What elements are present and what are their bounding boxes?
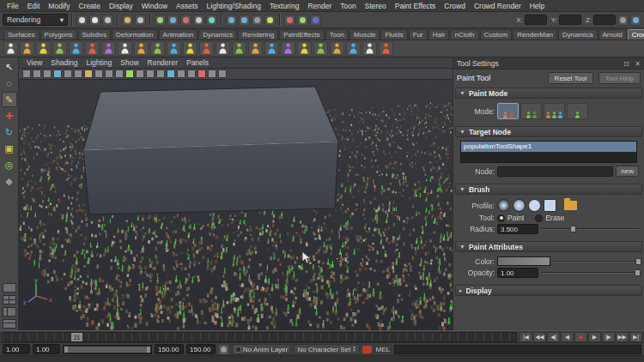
panel-menu-item[interactable]: Lighting [82,58,116,67]
playback-button[interactable]: |▶ [602,332,615,342]
coordinate-field[interactable] [525,15,547,25]
playback-end-field[interactable]: 150.00 [155,344,184,354]
status-line-icon[interactable] [252,15,263,26]
status-line-icon[interactable] [167,15,179,26]
shelf-person-icon[interactable] [150,41,165,56]
browse-folder-icon[interactable] [564,201,577,210]
viewport-toolbar-icon[interactable] [146,69,155,78]
shelf-person-icon[interactable] [281,41,295,56]
target-node-list[interactable]: populationToolShape1 [460,141,637,163]
section-header-paint-mode[interactable]: ▼ Paint Mode [455,87,642,99]
toggle-channel-box-icon[interactable] [630,15,641,26]
animation-start-field[interactable]: 1.00 [3,344,30,354]
radius-slider[interactable] [541,225,639,233]
shelf-tab-custom[interactable]: Custom [480,29,513,39]
shelf-person-icon[interactable] [297,41,312,56]
character-set-selector[interactable]: No Character Set ▲▼ [294,344,359,354]
menu-item[interactable]: Paint Effects [391,2,440,10]
menu-item[interactable]: Create [74,2,105,10]
shelf-person-icon[interactable] [36,41,51,56]
panel-menu-item[interactable]: Panels [182,58,213,67]
playback-button[interactable]: ◀| [547,332,560,342]
status-line-icon[interactable] [206,15,217,26]
shelf-tab-arnold[interactable]: Arnold [598,29,627,39]
shelf-person-icon[interactable] [3,41,18,56]
shelf-person-icon[interactable] [313,41,328,56]
node-list-item-selected[interactable]: populationToolShape1 [461,142,636,152]
move-tool[interactable]: ✚ [2,108,17,124]
viewport-toolbar-icon[interactable] [84,69,93,78]
panel-menu-item[interactable]: View [22,58,46,67]
menu-item[interactable]: Crowd [440,2,470,10]
shelf-person-icon[interactable] [85,41,100,56]
status-line-icon[interactable] [122,15,133,26]
shelf-tab-subdivs[interactable]: Subdivs [78,29,111,39]
last-tool[interactable]: ◆ [2,173,17,189]
viewport-toolbar-icon[interactable] [125,69,134,78]
shelf-person-icon[interactable] [101,41,116,56]
viewport-toolbar-icon[interactable] [22,69,31,78]
coordinate-field[interactable] [593,15,616,25]
viewport-toolbar-icon[interactable] [167,69,175,78]
menu-item[interactable]: Help [526,2,549,10]
status-line-icon[interactable] [226,15,237,26]
status-line-icon[interactable] [284,15,295,26]
rotate-tool[interactable]: ↻ [2,124,17,140]
viewport-toolbar-icon[interactable] [43,69,52,78]
status-line-icon[interactable] [135,15,146,26]
opacity-field[interactable]: 1.00 [497,268,538,278]
shelf-person-icon[interactable] [134,41,149,56]
viewport-toolbar-icon[interactable] [74,69,82,78]
menu-item[interactable]: File [3,2,23,10]
shelf-tab-muscle[interactable]: Muscle [349,29,380,39]
layout-split-pane[interactable] [3,307,16,317]
panel-menu-item[interactable]: Show [116,58,143,67]
playback-start-field[interactable]: 1.00 [33,344,60,354]
anim-layer-checkbox[interactable] [235,347,241,353]
layout-single-pane[interactable] [3,283,16,293]
playback-button[interactable]: ▶| [629,332,642,342]
section-header-display[interactable]: ▸ Display [455,285,642,296]
menu-set-selector[interactable]: Rendering ▾ [3,14,68,26]
paint-mode-button-3[interactable] [544,103,565,119]
shelf-tab-crowd[interactable]: Crowd [628,29,644,39]
panel-menu-item[interactable]: Shading [46,58,82,67]
paint-mode-button-1[interactable] [497,103,519,119]
playback-button[interactable]: ▶▶ [616,332,629,342]
menu-item[interactable]: Display [105,2,137,10]
shelf-person-icon[interactable] [118,41,132,56]
shelf-person-icon[interactable] [20,41,34,56]
brush-profile-medium[interactable] [513,199,526,212]
viewport-toolbar-icon[interactable] [177,69,185,78]
shelf-tab-polygons[interactable]: Polygons [40,29,77,39]
layout-four-pane[interactable] [3,295,16,305]
section-header-paint-attributes[interactable]: ▼ Paint Attributes [455,241,642,252]
shelf-tab-fluids[interactable]: Fluids [380,29,407,39]
shelf-tab-deformation[interactable]: Deformation [112,29,158,39]
reset-tool-button[interactable]: Reset Tool [548,72,594,84]
status-line-icon[interactable] [76,15,88,26]
shelf-tab-ncloth[interactable]: nCloth [450,29,478,39]
playback-button[interactable]: ◀◀ [533,332,546,342]
playback-options-icon[interactable] [218,344,229,355]
brush-profile-solid[interactable] [528,199,541,212]
playback-button[interactable]: |◀ [519,332,532,342]
color-swatch[interactable] [497,256,550,266]
spinner-arrows-icon[interactable]: ▲▼ [352,346,355,353]
viewport-toolbar-icon[interactable] [136,69,144,78]
playback-button[interactable]: ◀ [561,332,574,342]
shelf-person-icon[interactable] [330,41,344,56]
dock-icon[interactable]: ⊡ [623,60,629,68]
shelf-person-icon[interactable] [362,41,377,56]
shelf-person-icon[interactable] [379,41,393,56]
shelf-tab-renderman[interactable]: RenderMan [513,29,557,39]
range-handle-right[interactable] [147,347,150,353]
opacity-slider[interactable] [541,268,639,277]
range-slider[interactable] [63,345,152,354]
command-line-language-label[interactable]: MEL [374,346,392,353]
shelf-tab-hair[interactable]: Hair [428,29,450,39]
viewport-toolbar-icon[interactable] [33,69,41,78]
node-field[interactable] [497,166,613,177]
lasso-select-tool[interactable]: ◌ [2,75,17,91]
brush-profile-soft[interactable] [497,199,510,212]
